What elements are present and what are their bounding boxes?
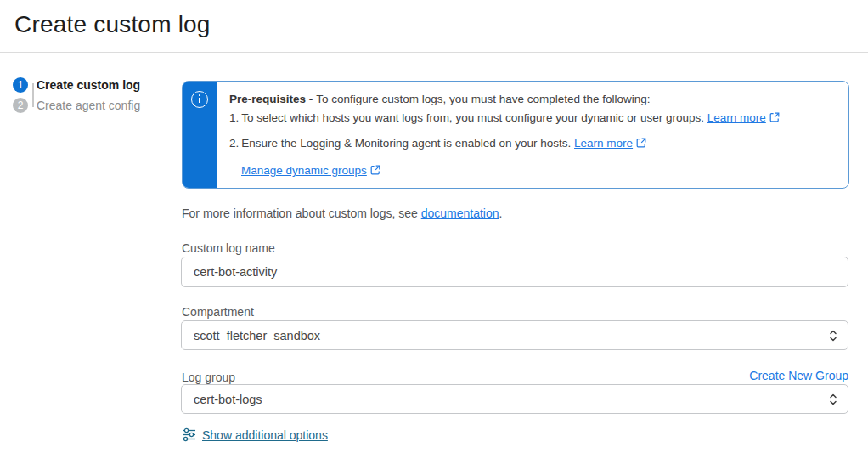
- compartment-selected-value: scott_fletcher_sandbox: [194, 329, 320, 342]
- step-create-custom-log[interactable]: 1 Create custom log: [13, 75, 174, 95]
- note-period: .: [499, 207, 503, 220]
- item-text: Ensure the Logging & Monitoring agent is…: [241, 137, 571, 150]
- step-number-badge: 2: [13, 98, 28, 113]
- banner-intro: Pre-requisites -To configure custom logs…: [229, 91, 780, 107]
- custom-log-name-label: Custom log name: [182, 241, 275, 255]
- compartment-label: Compartment: [182, 305, 254, 319]
- documentation-link[interactable]: documentation: [421, 207, 499, 220]
- external-link-icon: [636, 138, 646, 148]
- banner-content: Pre-requisites -To configure custom logs…: [217, 82, 793, 188]
- show-additional-options-link[interactable]: Show additional options: [202, 428, 328, 442]
- create-new-group-link[interactable]: Create New Group: [749, 369, 848, 382]
- select-chevrons-icon: [828, 328, 838, 343]
- step-label: Create custom log: [37, 78, 140, 92]
- prerequisite-item-2: 2.Ensure the Logging & Monitoring agent …: [229, 135, 780, 151]
- item-number: 1.: [229, 111, 239, 124]
- wizard-steps: 1 Create custom log 2 Create agent confi…: [13, 75, 174, 116]
- log-group-label: Log group: [182, 371, 235, 384]
- prerequisite-item-1: 1.To select which hosts you want logs fr…: [229, 110, 780, 126]
- documentation-note: For more information about custom logs, …: [182, 207, 502, 220]
- page-header: Create custom log: [0, 0, 868, 53]
- banner-accent-strip: [183, 82, 217, 188]
- step-label: Create agent config: [37, 99, 140, 112]
- prerequisites-banner: Pre-requisites -To configure custom logs…: [182, 81, 849, 189]
- log-group-selected-value: cert-bot-logs: [194, 393, 262, 406]
- custom-log-name-input[interactable]: [181, 257, 848, 287]
- step-create-agent-config[interactable]: 2 Create agent config: [13, 95, 174, 116]
- manage-dynamic-groups-row: Manage dynamic groups: [241, 162, 780, 178]
- compartment-select[interactable]: scott_fletcher_sandbox: [181, 320, 848, 350]
- learn-more-link[interactable]: Learn more: [707, 111, 766, 124]
- banner-intro-bold: Pre-requisites -: [229, 93, 313, 105]
- show-additional-options-row: Show additional options: [182, 427, 328, 442]
- external-link-icon: [370, 165, 380, 175]
- manage-dynamic-groups-link[interactable]: Manage dynamic groups: [241, 164, 367, 177]
- sliders-icon: [182, 427, 196, 442]
- log-group-select[interactable]: cert-bot-logs: [181, 384, 848, 414]
- info-icon: [191, 91, 208, 108]
- page-title: Create custom log: [14, 11, 211, 38]
- external-link-icon: [769, 112, 780, 122]
- learn-more-link[interactable]: Learn more: [574, 137, 633, 150]
- select-chevrons-icon: [828, 392, 838, 407]
- banner-intro-text: To configure custom logs, you must have …: [316, 93, 650, 105]
- item-number: 2.: [229, 137, 239, 150]
- step-number-badge: 1: [13, 77, 28, 93]
- item-text: To select which hosts you want logs from…: [241, 111, 704, 124]
- note-text: For more information about custom logs, …: [182, 207, 421, 220]
